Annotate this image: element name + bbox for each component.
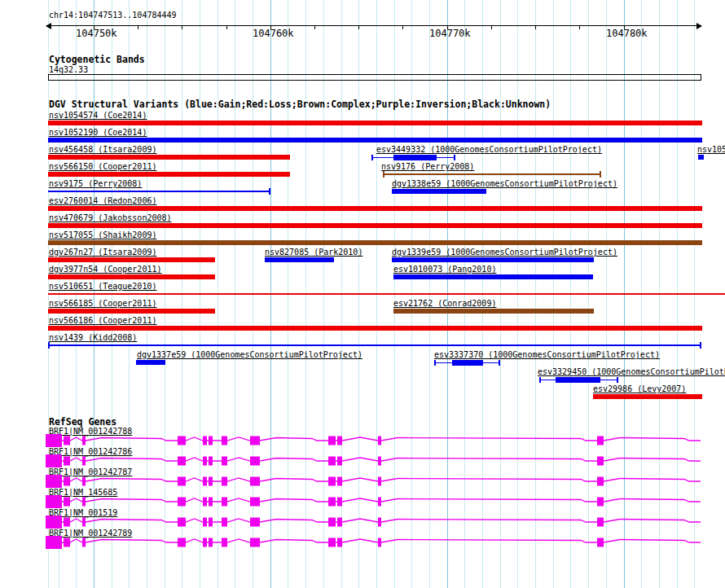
variant-label[interactable]: dgv1338e59 (1000GenomesConsortiumPilotPr… [392, 179, 617, 188]
variant-bar[interactable] [556, 377, 600, 383]
exon-box [222, 518, 227, 527]
variant-bar[interactable] [48, 309, 215, 314]
exon-box [209, 518, 213, 527]
variant-bar[interactable] [392, 257, 594, 262]
cytoband-heading: Cytogenetic Bands [49, 55, 145, 64]
exon-box [222, 498, 227, 507]
exon-box [337, 477, 342, 486]
variant-bar[interactable] [265, 257, 334, 262]
ruler-tick [535, 25, 536, 29]
variant-label[interactable]: esv2760014 (Redon2006) [49, 196, 156, 205]
cytoband-label: 14q32.33 [49, 65, 88, 74]
variant-label[interactable]: dgv3977n54 (Cooper2011) [49, 265, 161, 274]
variant-label[interactable]: nsv566186 (Cooper2011) [49, 316, 156, 325]
variant-label[interactable]: nsv1052190 (Coe2014) [49, 128, 147, 137]
variant-label[interactable]: esv29986 (Levy2007) [593, 384, 686, 393]
variant-bar[interactable] [452, 360, 483, 366]
variant-label[interactable]: nsv456458 (Itsara2009) [49, 145, 156, 154]
variant-line[interactable] [48, 191, 270, 192]
exon-box [64, 457, 70, 466]
exon-box [46, 475, 62, 488]
variant-bar[interactable] [48, 326, 702, 331]
variant-label[interactable]: esv1010073 (Pang2010) [393, 265, 496, 274]
variant-bar[interactable] [393, 309, 594, 314]
variant-bar[interactable] [392, 189, 486, 194]
exon-box [46, 536, 62, 549]
exon-box [82, 477, 86, 486]
variant-label[interactable]: esv21762 (Conrad2009) [393, 299, 496, 308]
exon-box [222, 437, 227, 445]
exon-box [209, 477, 213, 486]
variant-label[interactable]: dgv1337e59 (1000GenomesConsortiumPilotPr… [137, 350, 362, 359]
variant-label[interactable]: nsv566185 (Cooper2011) [49, 299, 156, 308]
variant-label[interactable]: nsv9176 (Perry2008) [381, 162, 474, 171]
ruler-tick [182, 25, 182, 29]
exon-box [597, 477, 604, 486]
dgv-heading: DGV Structural Variants (Blue:Gain;Red:L… [49, 99, 551, 109]
variant-bar[interactable] [593, 394, 702, 399]
exon-box [378, 518, 381, 527]
variant-bar[interactable] [48, 121, 702, 125]
variant-end-tick [371, 155, 373, 160]
ruler-tick [138, 25, 138, 29]
variant-box[interactable] [698, 155, 704, 160]
exon-box [203, 518, 207, 527]
variant-label[interactable]: dgv1339e59 (1000GenomesConsortiumPilotPr… [392, 248, 617, 257]
exon-box [378, 437, 381, 445]
exon-box [64, 518, 70, 527]
variant-label[interactable]: nsv566150 (Cooper2011) [49, 162, 156, 171]
variant-end-tick [383, 171, 384, 178]
variant-line[interactable] [383, 173, 600, 175]
variant-label[interactable]: esv3449332 (1000GenomesConsortiumPilotPr… [376, 145, 602, 154]
exon-box [597, 457, 604, 466]
variant-bar[interactable] [393, 155, 437, 160]
variant-bar[interactable] [48, 155, 290, 160]
ruler-tick [226, 25, 227, 29]
exon-box [597, 518, 604, 527]
exon-box [203, 538, 207, 547]
ruler-axis-line [46, 25, 701, 26]
exon-box [328, 538, 336, 547]
variant-label[interactable]: esv3337370 (1000GenomesConsortiumPilotPr… [434, 350, 660, 359]
exon-box [222, 457, 227, 466]
exon-box [597, 498, 604, 507]
variant-label[interactable]: nsv517055 (Shaikh2009) [49, 230, 156, 239]
exon-box [337, 538, 342, 547]
exon-box [337, 498, 342, 507]
exon-box [46, 454, 62, 467]
variant-label[interactable]: nsv1439 (Kidd2008) [49, 333, 137, 342]
variant-bar[interactable] [136, 360, 165, 365]
variant-label[interactable]: nsv105 [697, 145, 725, 154]
exon-box [178, 538, 186, 547]
ruler-tick-label: 104780k [606, 29, 648, 39]
variant-label[interactable]: nsv510651 (Teague2010) [49, 282, 156, 291]
variant-bar[interactable] [48, 206, 702, 211]
exon-box [203, 437, 207, 445]
ruler-right-arrow-icon [696, 23, 702, 29]
gene-model[interactable] [0, 533, 725, 551]
variant-end-tick [499, 360, 500, 366]
variant-bar[interactable] [393, 274, 593, 279]
exon-box [250, 498, 260, 507]
variant-line[interactable] [48, 293, 725, 295]
exon-box [46, 516, 62, 529]
variant-bar[interactable] [48, 138, 702, 143]
variant-label[interactable]: nsv470679 (Jakobsson2008) [49, 213, 172, 222]
variant-label[interactable]: dgv267n27 (Itsara2009) [49, 248, 156, 257]
variant-bar[interactable] [48, 257, 215, 262]
variant-bar[interactable] [48, 223, 702, 228]
exon-box [378, 498, 381, 507]
exon-box [337, 457, 342, 466]
exon-box [203, 477, 207, 486]
variant-bar[interactable] [48, 172, 290, 177]
variant-label[interactable]: nsv9175 (Perry2008) [49, 179, 142, 188]
variant-bar[interactable] [48, 274, 215, 279]
variant-line[interactable] [48, 344, 701, 346]
ruler-tick [491, 25, 492, 29]
variant-end-tick [454, 155, 455, 160]
variant-end-tick [600, 171, 601, 178]
variant-bar[interactable] [48, 240, 702, 245]
variant-label[interactable]: nsv827085 (Park2010) [265, 248, 362, 257]
variant-label[interactable]: esv3329450 (1000GenomesConsortiumPilotPr… [538, 367, 725, 376]
variant-label[interactable]: nsv1054574 (Coe2014) [49, 111, 147, 120]
